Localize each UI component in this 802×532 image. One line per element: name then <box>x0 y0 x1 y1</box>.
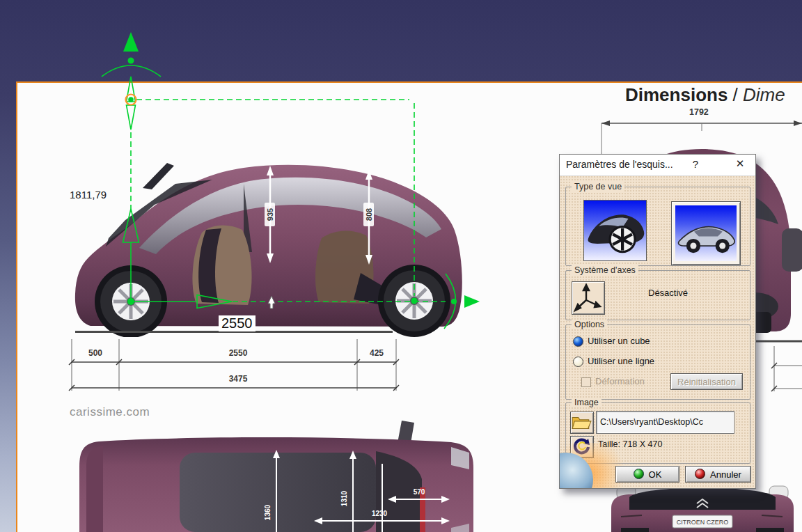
rotate-handle-arrow-icon[interactable] <box>123 32 139 52</box>
svg-text:3475: 3475 <box>229 374 248 384</box>
group-axis-system: Système d'axes Désactivé <box>565 270 750 320</box>
dim-1792-label: 1792 <box>689 107 709 117</box>
plate-text: CITROEN CZERO <box>677 519 729 526</box>
axis-system-icon <box>572 282 603 313</box>
browse-image-button[interactable] <box>570 412 594 434</box>
sheet-title: Dimensions / Dime <box>625 84 785 106</box>
length-dimension-rows: 500 2550 425 3475 <box>66 339 414 395</box>
help-button[interactable]: ? <box>689 158 702 170</box>
cancel-label: Annuler <box>710 469 741 480</box>
group-axis-system-label: Système d'axes <box>572 265 638 275</box>
sheet-title-italic: Dime <box>743 84 785 105</box>
view-flat-car-icon <box>675 205 737 261</box>
svg-text:500: 500 <box>88 348 102 358</box>
group-image: Image C:\Users\ryant\Desktop\Cc Taille: … <box>565 402 750 464</box>
svg-text:1360: 1360 <box>264 504 272 520</box>
group-view-type-label: Type de vue <box>572 182 624 191</box>
group-options-label: Options <box>572 320 607 329</box>
dialog-titlebar[interactable]: Paramètres de l'esquis... ? ✕ <box>560 155 755 176</box>
image-size-label: Taille: 718 X 470 <box>598 439 662 449</box>
rotation-arc-top[interactable] <box>102 65 161 77</box>
svg-text:425: 425 <box>370 348 384 358</box>
group-view-type: Type de vue <box>565 187 750 266</box>
svg-text:2550: 2550 <box>229 348 248 358</box>
top-view-car: 1360 1310 570 1230 <box>75 416 479 532</box>
cancel-icon <box>695 469 705 479</box>
radio-use-cube[interactable] <box>573 336 583 347</box>
sheet-title-bold: Dimensions <box>625 84 728 105</box>
svg-text:808: 808 <box>365 208 373 221</box>
svg-text:570: 570 <box>414 488 425 496</box>
ok-button[interactable]: OK <box>615 466 679 483</box>
checkbox-deformation[interactable] <box>581 377 591 387</box>
ok-label: OK <box>649 469 662 480</box>
view-flat-button[interactable] <box>671 201 741 265</box>
group-options: Options Utiliser un cube Utiliser une li… <box>565 324 750 400</box>
side-view-car: 935 808 <box>70 148 473 337</box>
image-path-field[interactable]: C:\Users\ryant\Desktop\Cc <box>596 411 734 434</box>
refresh-icon <box>572 437 591 456</box>
sheet-title-sep: / <box>728 84 743 105</box>
axis-system-status: Désactivé <box>648 288 688 298</box>
checkbox-deformation-label: Déformation <box>595 376 645 386</box>
radio-use-cube-label[interactable]: Utiliser un cube <box>588 336 650 346</box>
cancel-button[interactable]: Annuler <box>685 466 751 483</box>
rotation-arc-point[interactable] <box>128 58 134 64</box>
view-3d-button[interactable] <box>583 200 647 261</box>
refresh-image-button[interactable] <box>570 436 594 458</box>
sketch-parameters-dialog: Paramètres de l'esquis... ? ✕ Type de vu… <box>559 154 756 489</box>
dialog-title: Paramètres de l'esquis... <box>566 159 673 170</box>
svg-text:935: 935 <box>266 208 274 221</box>
dimension-2550-label: 2550 <box>219 315 255 331</box>
sketch-dimension-label: 1811,79 <box>70 189 107 201</box>
open-folder-icon <box>571 413 592 432</box>
close-button[interactable]: ✕ <box>733 157 747 170</box>
radio-use-line-label[interactable]: Utiliser une ligne <box>588 356 654 366</box>
radio-use-line[interactable] <box>573 357 583 367</box>
group-image-label: Image <box>572 398 602 407</box>
front-dim-lines <box>771 346 802 391</box>
axis-system-button[interactable] <box>572 281 605 315</box>
ok-icon <box>634 469 644 479</box>
view-3d-car-icon <box>584 201 646 260</box>
reset-button[interactable]: Réinitialisation <box>670 373 743 390</box>
svg-text:1230: 1230 <box>372 510 388 517</box>
svg-text:1310: 1310 <box>340 490 348 506</box>
